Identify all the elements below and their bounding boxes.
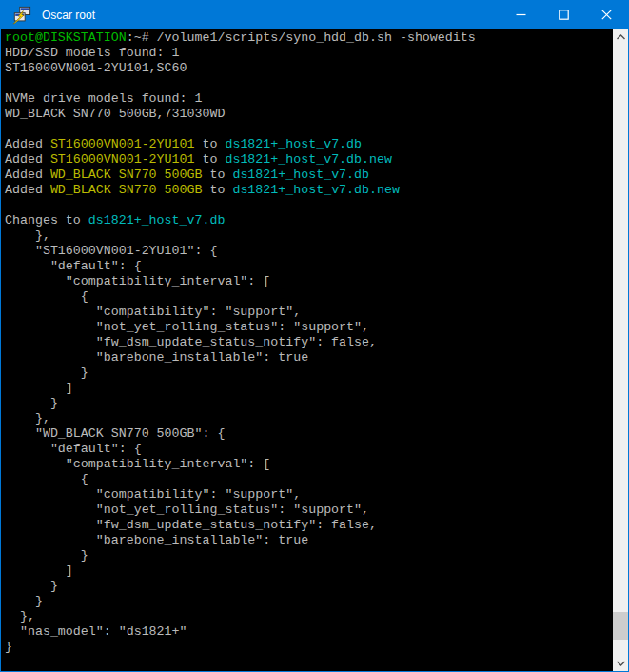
scrollbar-up-arrow[interactable]: [613, 29, 628, 45]
terminal-line: "not_yet_rolling_status": "support",: [5, 320, 613, 335]
terminal-line: }: [5, 594, 613, 609]
scrollbar-down-arrow[interactable]: [613, 655, 628, 671]
terminal-line: "compatibility": "support",: [5, 305, 613, 320]
terminal-line: }: [5, 366, 613, 381]
chevron-down-icon: [617, 661, 625, 666]
title-bar[interactable]: Oscar root: [1, 1, 628, 29]
terminal-line: Changes to ds1821+_host_v7.db: [5, 213, 613, 228]
terminal-line: "barebone_installable": true: [5, 533, 613, 548]
terminal-line: "fw_dsm_update_status_notify": false,: [5, 335, 613, 350]
chevron-up-icon: [617, 34, 625, 40]
terminal-line: "WD_BLACK SN770 500GB": {: [5, 426, 613, 442]
minimize-button[interactable]: [500, 1, 542, 29]
putty-terminal-icon: [11, 5, 32, 26]
maximize-icon: [559, 10, 569, 20]
terminal-line: ]: [5, 381, 613, 396]
terminal-line: }: [5, 548, 613, 563]
terminal-line: }: [5, 396, 613, 411]
terminal-line: [5, 122, 613, 137]
terminal-line: "compatibility_interval": [: [5, 274, 613, 289]
terminal-line: Added WD_BLACK SN770 500GB to ds1821+_ho…: [5, 168, 613, 183]
terminal-line: "nas_model": "ds1821+": [5, 624, 613, 640]
terminal-line: },: [5, 411, 613, 426]
terminal-line: "not_yet_rolling_status": "support",: [5, 503, 613, 518]
terminal-line: Added ST16000VN001-2YU101 to ds1821+_hos…: [5, 152, 613, 168]
terminal-line: "default": {: [5, 442, 613, 457]
window-controls: [500, 1, 628, 29]
window-title: Oscar root: [42, 9, 500, 22]
scrollbar-thumb[interactable]: [613, 612, 628, 640]
close-button[interactable]: [585, 1, 628, 29]
terminal-line: "fw_dsm_update_status_notify": false,: [5, 518, 613, 533]
terminal-line: "default": {: [5, 259, 613, 274]
terminal-line: }: [5, 579, 613, 594]
terminal-line: "barebone_installable": true: [5, 350, 613, 366]
terminal-line: root@DISKSTATION:~# /volume1/scripts/syn…: [5, 30, 613, 46]
terminal-line: NVMe drive models found: 1: [5, 91, 613, 107]
terminal-line: ]: [5, 563, 613, 579]
scrollbar[interactable]: [613, 29, 628, 671]
terminal-line: Added ST16000VN001-2YU101 to ds1821+_hos…: [5, 137, 613, 152]
putty-window: Oscar root root@DISKSTATION:~# /volume1: [0, 0, 629, 672]
terminal-line: Added WD_BLACK SN770 500GB to ds1821+_ho…: [5, 183, 613, 198]
terminal-line: {: [5, 289, 613, 305]
terminal-line: HDD/SSD models found: 1: [5, 46, 613, 61]
maximize-button[interactable]: [542, 1, 585, 29]
terminal-line: WD_BLACK SN770 500GB,731030WD: [5, 107, 613, 122]
terminal-line: "compatibility_interval": [: [5, 457, 613, 472]
terminal-line: },: [5, 228, 613, 244]
terminal[interactable]: root@DISKSTATION:~# /volume1/scripts/syn…: [1, 29, 628, 671]
terminal-line: [5, 198, 613, 213]
terminal-line: [5, 76, 613, 91]
terminal-line: },: [5, 609, 613, 624]
terminal-line: }: [5, 640, 613, 655]
terminal-output: root@DISKSTATION:~# /volume1/scripts/syn…: [1, 29, 613, 671]
terminal-line: ST16000VN001-2YU101,SC60: [5, 61, 613, 76]
terminal-line: "compatibility": "support",: [5, 487, 613, 503]
terminal-line: {: [5, 472, 613, 487]
terminal-line: "ST16000VN001-2YU101": {: [5, 244, 613, 259]
close-icon: [601, 10, 612, 20]
minimize-icon: [516, 10, 526, 20]
